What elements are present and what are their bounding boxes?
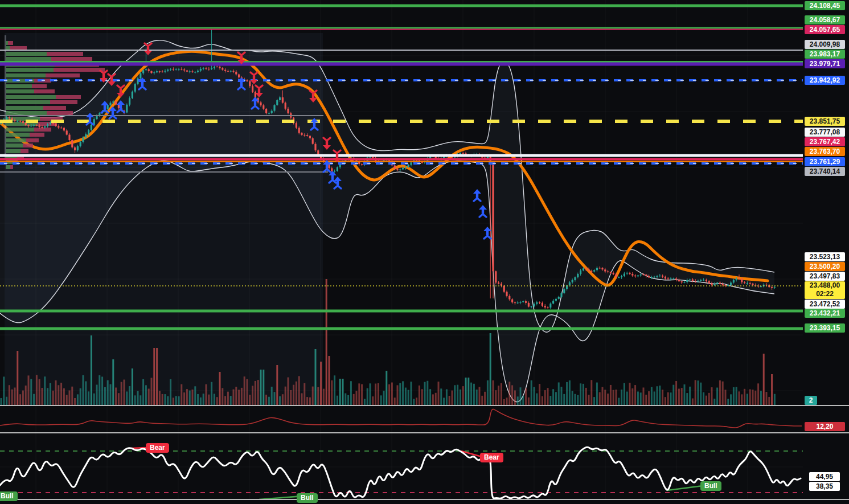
price-label-text: 23.523,13: [810, 253, 840, 261]
price-label-text: 44,95: [816, 473, 833, 481]
price-label-text: 23.497,83: [810, 272, 840, 280]
price-label-text: 12,20: [816, 423, 833, 431]
price-label-text: 23.767,42: [810, 138, 840, 146]
price-label-text: 23.740,14: [810, 167, 840, 175]
price-label-10[interactable]: 23.763,70: [805, 147, 845, 156]
price-label-9[interactable]: 23.767,42: [805, 137, 845, 146]
price-label-2[interactable]: 24.057,65: [805, 25, 845, 34]
price-label-text: 23.472,52: [810, 300, 840, 308]
price-label-0[interactable]: 24.108,45: [805, 1, 845, 10]
signal-pointer-line: [132, 448, 147, 448]
price-label-text: 2: [809, 396, 813, 404]
price-label-6[interactable]: 23.942,92: [805, 76, 845, 85]
price-label-text: 23.488,00: [810, 281, 840, 289]
bull-label: Bull: [0, 491, 18, 501]
price-label-4[interactable]: 23.983,17: [805, 50, 845, 59]
price-label-21[interactable]: 12,20: [805, 422, 845, 431]
price-label-16[interactable]: 23.488,0002:22: [805, 281, 845, 299]
countdown-text: 02:22: [805, 290, 845, 298]
price-label-20[interactable]: 2: [805, 396, 817, 405]
price-label-text: 23.979,71: [810, 60, 840, 68]
price-label-text: 24.108,45: [810, 2, 840, 10]
price-label-text: 23.761,29: [810, 158, 840, 166]
price-label-3[interactable]: 24.009,98: [805, 40, 845, 49]
price-label-text: 23.777,08: [810, 128, 840, 136]
price-label-19[interactable]: 23.393,15: [805, 323, 845, 333]
price-label-14[interactable]: 23.500,20: [805, 262, 845, 271]
bull-label: Bull: [700, 481, 721, 491]
price-label-11[interactable]: 23.761,29: [805, 157, 845, 166]
price-label-12[interactable]: 23.740,14: [805, 167, 845, 176]
price-label-15[interactable]: 23.497,83: [805, 272, 845, 281]
price-label-18[interactable]: 23.432,21: [805, 309, 845, 318]
price-label-7[interactable]: 23.851,75: [805, 117, 845, 126]
price-label-text: 23.500,20: [810, 263, 840, 271]
price-label-text: 24.058,67: [810, 16, 840, 24]
price-label-text: 24.057,65: [810, 26, 840, 34]
price-label-text: 24.009,98: [810, 40, 840, 48]
price-label-text: 23.942,92: [810, 76, 840, 84]
price-label-text: 23.393,15: [810, 324, 840, 332]
trading-chart-window: 24.108,4524.058,6724.057,6524.009,9823.9…: [0, 0, 849, 504]
bear-label: Bear: [146, 443, 169, 453]
chart-canvas[interactable]: [0, 0, 849, 504]
price-label-text: 38,35: [816, 482, 833, 490]
price-label-text: 23.851,75: [810, 117, 840, 125]
bear-label: Bear: [480, 453, 503, 462]
price-label-22[interactable]: 44,95: [809, 472, 840, 481]
price-label-17[interactable]: 23.472,52: [805, 300, 845, 309]
price-label-5[interactable]: 23.979,71: [805, 59, 845, 68]
price-label-1[interactable]: 24.058,67: [805, 15, 845, 24]
price-label-23[interactable]: 38,35: [809, 482, 840, 491]
price-label-text: 23.983,17: [810, 50, 840, 58]
price-label-8[interactable]: 23.777,08: [805, 128, 845, 137]
price-label-text: 23.432,21: [810, 309, 840, 317]
price-label-13[interactable]: 23.523,13: [805, 252, 845, 261]
price-label-text: 23.763,70: [810, 147, 840, 155]
bull-label: Bull: [297, 493, 318, 503]
